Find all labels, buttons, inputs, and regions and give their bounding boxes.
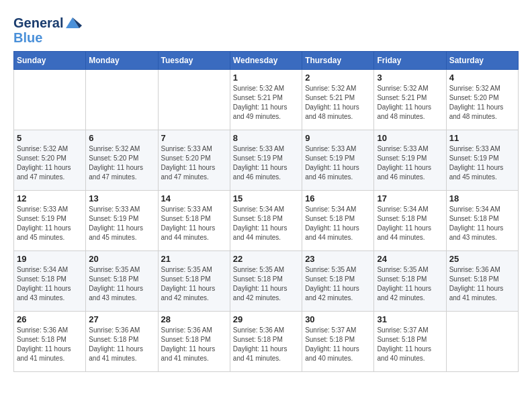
- calendar-cell: 26Sunrise: 5:36 AM Sunset: 5:18 PM Dayli…: [14, 312, 86, 372]
- day-number: 10: [377, 133, 443, 143]
- day-number: 27: [89, 314, 154, 324]
- day-header-wednesday: Wednesday: [230, 52, 302, 70]
- day-number: 29: [233, 314, 299, 324]
- day-number: 5: [17, 133, 83, 143]
- cell-info: Sunrise: 5:35 AM Sunset: 5:18 PM Dayligh…: [161, 265, 227, 303]
- day-number: 31: [377, 314, 443, 324]
- day-number: 18: [449, 193, 515, 203]
- cell-info: Sunrise: 5:37 AM Sunset: 5:18 PM Dayligh…: [377, 326, 443, 363]
- day-number: 12: [17, 193, 83, 203]
- calendar-cell: 24Sunrise: 5:35 AM Sunset: 5:18 PM Dayli…: [374, 251, 446, 312]
- cell-info: Sunrise: 5:36 AM Sunset: 5:18 PM Dayligh…: [89, 326, 154, 363]
- calendar-cell: 23Sunrise: 5:35 AM Sunset: 5:18 PM Dayli…: [302, 251, 374, 312]
- cell-info: Sunrise: 5:32 AM Sunset: 5:20 PM Dayligh…: [17, 144, 83, 182]
- day-number: 25: [449, 254, 515, 264]
- day-number: 1: [233, 73, 299, 83]
- calendar-cell: 22Sunrise: 5:35 AM Sunset: 5:18 PM Dayli…: [230, 251, 302, 312]
- logo-blue: Blue: [13, 31, 82, 44]
- logo: General Blue: [13, 13, 82, 44]
- calendar-cell: 30Sunrise: 5:37 AM Sunset: 5:18 PM Dayli…: [302, 312, 374, 372]
- calendar-cell: 12Sunrise: 5:33 AM Sunset: 5:19 PM Dayli…: [14, 191, 86, 251]
- day-number: 15: [233, 193, 299, 203]
- day-number: 7: [161, 133, 227, 143]
- cell-info: Sunrise: 5:32 AM Sunset: 5:21 PM Dayligh…: [233, 84, 299, 122]
- logo-general: General: [13, 15, 63, 30]
- calendar-cell: 28Sunrise: 5:36 AM Sunset: 5:18 PM Dayli…: [158, 312, 230, 372]
- cell-info: Sunrise: 5:36 AM Sunset: 5:18 PM Dayligh…: [17, 326, 83, 363]
- day-header-thursday: Thursday: [302, 52, 374, 70]
- cell-info: Sunrise: 5:33 AM Sunset: 5:19 PM Dayligh…: [377, 144, 443, 182]
- cell-info: Sunrise: 5:35 AM Sunset: 5:18 PM Dayligh…: [89, 265, 154, 303]
- calendar-cell: 20Sunrise: 5:35 AM Sunset: 5:18 PM Dayli…: [86, 251, 158, 312]
- calendar-body: 1Sunrise: 5:32 AM Sunset: 5:21 PM Daylig…: [14, 70, 519, 372]
- cell-info: Sunrise: 5:34 AM Sunset: 5:18 PM Dayligh…: [233, 205, 299, 242]
- calendar-header: SundayMondayTuesdayWednesdayThursdayFrid…: [14, 52, 519, 70]
- day-number: 30: [305, 314, 371, 324]
- cell-info: Sunrise: 5:34 AM Sunset: 5:18 PM Dayligh…: [449, 205, 515, 242]
- day-number: 17: [377, 193, 443, 203]
- cell-info: Sunrise: 5:34 AM Sunset: 5:18 PM Dayligh…: [17, 265, 83, 303]
- day-header-saturday: Saturday: [446, 52, 518, 70]
- calendar-cell: 21Sunrise: 5:35 AM Sunset: 5:18 PM Dayli…: [158, 251, 230, 312]
- calendar-cell: 31Sunrise: 5:37 AM Sunset: 5:18 PM Dayli…: [374, 312, 446, 372]
- calendar-cell: 25Sunrise: 5:36 AM Sunset: 5:18 PM Dayli…: [446, 251, 518, 312]
- cell-info: Sunrise: 5:32 AM Sunset: 5:20 PM Dayligh…: [449, 84, 515, 122]
- calendar-cell: 9Sunrise: 5:33 AM Sunset: 5:19 PM Daylig…: [302, 130, 374, 191]
- cell-info: Sunrise: 5:33 AM Sunset: 5:19 PM Dayligh…: [17, 205, 83, 242]
- calendar-cell: 14Sunrise: 5:33 AM Sunset: 5:18 PM Dayli…: [158, 191, 230, 251]
- day-number: 22: [233, 254, 299, 264]
- cell-info: Sunrise: 5:32 AM Sunset: 5:21 PM Dayligh…: [305, 84, 371, 122]
- calendar-cell: [446, 312, 518, 372]
- calendar-cell: 16Sunrise: 5:34 AM Sunset: 5:18 PM Dayli…: [302, 191, 374, 251]
- cell-info: Sunrise: 5:33 AM Sunset: 5:19 PM Dayligh…: [89, 205, 154, 242]
- day-number: 14: [161, 193, 227, 203]
- day-header-sunday: Sunday: [14, 52, 86, 70]
- calendar-cell: 1Sunrise: 5:32 AM Sunset: 5:21 PM Daylig…: [230, 70, 302, 130]
- day-number: 26: [17, 314, 83, 324]
- calendar-cell: 27Sunrise: 5:36 AM Sunset: 5:18 PM Dayli…: [86, 312, 158, 372]
- calendar-cell: 19Sunrise: 5:34 AM Sunset: 5:18 PM Dayli…: [14, 251, 86, 312]
- calendar-cell: 17Sunrise: 5:34 AM Sunset: 5:18 PM Dayli…: [374, 191, 446, 251]
- cell-info: Sunrise: 5:33 AM Sunset: 5:19 PM Dayligh…: [233, 144, 299, 182]
- day-number: 16: [305, 193, 371, 203]
- calendar-cell: 6Sunrise: 5:32 AM Sunset: 5:20 PM Daylig…: [86, 130, 158, 191]
- calendar-cell: [86, 70, 158, 130]
- day-number: 6: [89, 133, 154, 143]
- calendar-cell: 4Sunrise: 5:32 AM Sunset: 5:20 PM Daylig…: [446, 70, 518, 130]
- cell-info: Sunrise: 5:34 AM Sunset: 5:18 PM Dayligh…: [377, 205, 443, 242]
- calendar-cell: 8Sunrise: 5:33 AM Sunset: 5:19 PM Daylig…: [230, 130, 302, 191]
- cell-info: Sunrise: 5:36 AM Sunset: 5:18 PM Dayligh…: [161, 326, 227, 363]
- cell-info: Sunrise: 5:33 AM Sunset: 5:20 PM Dayligh…: [161, 144, 227, 182]
- cell-info: Sunrise: 5:33 AM Sunset: 5:18 PM Dayligh…: [161, 205, 227, 242]
- header: General Blue: [13, 13, 519, 44]
- calendar-cell: 15Sunrise: 5:34 AM Sunset: 5:18 PM Dayli…: [230, 191, 302, 251]
- day-number: 8: [233, 133, 299, 143]
- day-number: 3: [377, 73, 443, 83]
- calendar-cell: 3Sunrise: 5:32 AM Sunset: 5:21 PM Daylig…: [374, 70, 446, 130]
- calendar-cell: 7Sunrise: 5:33 AM Sunset: 5:20 PM Daylig…: [158, 130, 230, 191]
- calendar-cell: 11Sunrise: 5:33 AM Sunset: 5:19 PM Dayli…: [446, 130, 518, 191]
- cell-info: Sunrise: 5:36 AM Sunset: 5:18 PM Dayligh…: [233, 326, 299, 363]
- cell-info: Sunrise: 5:35 AM Sunset: 5:18 PM Dayligh…: [377, 265, 443, 303]
- calendar-table: SundayMondayTuesdayWednesdayThursdayFrid…: [13, 51, 519, 372]
- day-number: 2: [305, 73, 371, 83]
- calendar-week-1: 1Sunrise: 5:32 AM Sunset: 5:21 PM Daylig…: [14, 70, 519, 130]
- day-number: 13: [89, 193, 154, 203]
- calendar-cell: 18Sunrise: 5:34 AM Sunset: 5:18 PM Dayli…: [446, 191, 518, 251]
- cell-info: Sunrise: 5:35 AM Sunset: 5:18 PM Dayligh…: [305, 265, 371, 303]
- cell-info: Sunrise: 5:36 AM Sunset: 5:18 PM Dayligh…: [449, 265, 515, 303]
- cell-info: Sunrise: 5:32 AM Sunset: 5:21 PM Dayligh…: [377, 84, 443, 122]
- calendar-cell: 10Sunrise: 5:33 AM Sunset: 5:19 PM Dayli…: [374, 130, 446, 191]
- day-number: 11: [449, 133, 515, 143]
- cell-info: Sunrise: 5:35 AM Sunset: 5:18 PM Dayligh…: [233, 265, 299, 303]
- day-number: 20: [89, 254, 154, 264]
- calendar-cell: 29Sunrise: 5:36 AM Sunset: 5:18 PM Dayli…: [230, 312, 302, 372]
- day-number: 4: [449, 73, 515, 83]
- calendar-cell: 13Sunrise: 5:33 AM Sunset: 5:19 PM Dayli…: [86, 191, 158, 251]
- logo-icon: [63, 13, 82, 32]
- day-number: 21: [161, 254, 227, 264]
- calendar-week-2: 5Sunrise: 5:32 AM Sunset: 5:20 PM Daylig…: [14, 130, 519, 191]
- calendar-cell: [14, 70, 86, 130]
- day-header-monday: Monday: [86, 52, 158, 70]
- calendar-cell: 5Sunrise: 5:32 AM Sunset: 5:20 PM Daylig…: [14, 130, 86, 191]
